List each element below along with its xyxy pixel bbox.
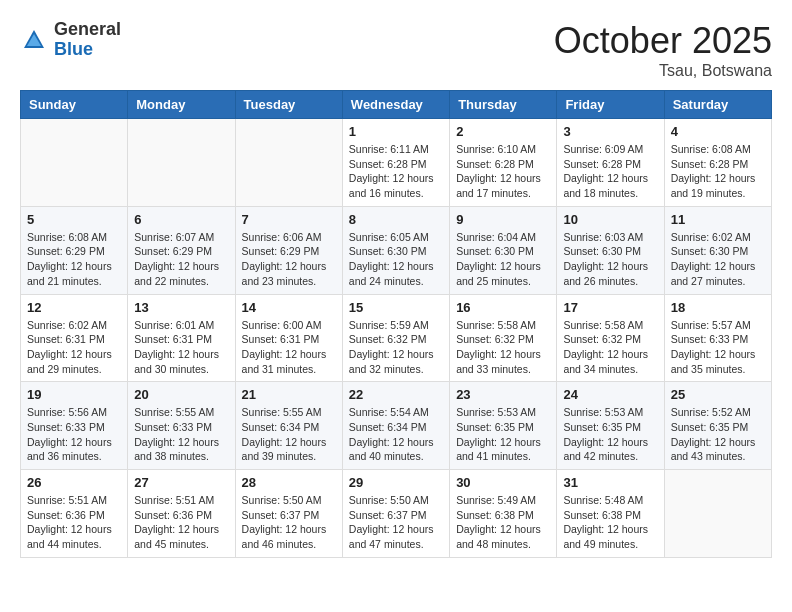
- day-number: 27: [134, 475, 228, 490]
- calendar-cell: 7Sunrise: 6:06 AM Sunset: 6:29 PM Daylig…: [235, 206, 342, 294]
- calendar-week-row: 5Sunrise: 6:08 AM Sunset: 6:29 PM Daylig…: [21, 206, 772, 294]
- day-info: Sunrise: 5:51 AM Sunset: 6:36 PM Dayligh…: [27, 493, 121, 552]
- calendar-cell: 15Sunrise: 5:59 AM Sunset: 6:32 PM Dayli…: [342, 294, 449, 382]
- calendar-cell: 22Sunrise: 5:54 AM Sunset: 6:34 PM Dayli…: [342, 382, 449, 470]
- calendar-cell: 5Sunrise: 6:08 AM Sunset: 6:29 PM Daylig…: [21, 206, 128, 294]
- logo-text: General Blue: [54, 20, 121, 60]
- calendar-cell: 18Sunrise: 5:57 AM Sunset: 6:33 PM Dayli…: [664, 294, 771, 382]
- day-info: Sunrise: 6:02 AM Sunset: 6:30 PM Dayligh…: [671, 230, 765, 289]
- day-info: Sunrise: 6:05 AM Sunset: 6:30 PM Dayligh…: [349, 230, 443, 289]
- day-info: Sunrise: 5:55 AM Sunset: 6:33 PM Dayligh…: [134, 405, 228, 464]
- calendar-week-row: 1Sunrise: 6:11 AM Sunset: 6:28 PM Daylig…: [21, 119, 772, 207]
- calendar-cell: 21Sunrise: 5:55 AM Sunset: 6:34 PM Dayli…: [235, 382, 342, 470]
- calendar-cell: 31Sunrise: 5:48 AM Sunset: 6:38 PM Dayli…: [557, 470, 664, 558]
- day-number: 12: [27, 300, 121, 315]
- day-number: 9: [456, 212, 550, 227]
- calendar-cell: 11Sunrise: 6:02 AM Sunset: 6:30 PM Dayli…: [664, 206, 771, 294]
- day-number: 15: [349, 300, 443, 315]
- calendar-cell: 1Sunrise: 6:11 AM Sunset: 6:28 PM Daylig…: [342, 119, 449, 207]
- day-info: Sunrise: 5:55 AM Sunset: 6:34 PM Dayligh…: [242, 405, 336, 464]
- calendar-cell: 8Sunrise: 6:05 AM Sunset: 6:30 PM Daylig…: [342, 206, 449, 294]
- day-number: 19: [27, 387, 121, 402]
- day-number: 8: [349, 212, 443, 227]
- day-number: 2: [456, 124, 550, 139]
- calendar-cell: 23Sunrise: 5:53 AM Sunset: 6:35 PM Dayli…: [450, 382, 557, 470]
- day-info: Sunrise: 5:48 AM Sunset: 6:38 PM Dayligh…: [563, 493, 657, 552]
- weekday-header-sunday: Sunday: [21, 91, 128, 119]
- day-info: Sunrise: 6:10 AM Sunset: 6:28 PM Dayligh…: [456, 142, 550, 201]
- calendar-cell: 26Sunrise: 5:51 AM Sunset: 6:36 PM Dayli…: [21, 470, 128, 558]
- calendar-week-row: 19Sunrise: 5:56 AM Sunset: 6:33 PM Dayli…: [21, 382, 772, 470]
- day-info: Sunrise: 6:09 AM Sunset: 6:28 PM Dayligh…: [563, 142, 657, 201]
- calendar-cell: 3Sunrise: 6:09 AM Sunset: 6:28 PM Daylig…: [557, 119, 664, 207]
- calendar-table: SundayMondayTuesdayWednesdayThursdayFrid…: [20, 90, 772, 558]
- calendar-cell: 13Sunrise: 6:01 AM Sunset: 6:31 PM Dayli…: [128, 294, 235, 382]
- weekday-header-friday: Friday: [557, 91, 664, 119]
- logo: General Blue: [20, 20, 121, 60]
- day-number: 31: [563, 475, 657, 490]
- day-number: 16: [456, 300, 550, 315]
- page-header: General Blue October 2025 Tsau, Botswana: [20, 20, 772, 80]
- calendar-cell: 28Sunrise: 5:50 AM Sunset: 6:37 PM Dayli…: [235, 470, 342, 558]
- day-number: 24: [563, 387, 657, 402]
- calendar-cell: 20Sunrise: 5:55 AM Sunset: 6:33 PM Dayli…: [128, 382, 235, 470]
- day-number: 7: [242, 212, 336, 227]
- calendar-cell: 12Sunrise: 6:02 AM Sunset: 6:31 PM Dayli…: [21, 294, 128, 382]
- calendar-cell: 6Sunrise: 6:07 AM Sunset: 6:29 PM Daylig…: [128, 206, 235, 294]
- weekday-header-row: SundayMondayTuesdayWednesdayThursdayFrid…: [21, 91, 772, 119]
- day-number: 21: [242, 387, 336, 402]
- day-number: 13: [134, 300, 228, 315]
- day-info: Sunrise: 5:50 AM Sunset: 6:37 PM Dayligh…: [349, 493, 443, 552]
- calendar-cell: 25Sunrise: 5:52 AM Sunset: 6:35 PM Dayli…: [664, 382, 771, 470]
- day-info: Sunrise: 6:03 AM Sunset: 6:30 PM Dayligh…: [563, 230, 657, 289]
- day-info: Sunrise: 5:54 AM Sunset: 6:34 PM Dayligh…: [349, 405, 443, 464]
- day-info: Sunrise: 6:07 AM Sunset: 6:29 PM Dayligh…: [134, 230, 228, 289]
- weekday-header-saturday: Saturday: [664, 91, 771, 119]
- day-info: Sunrise: 5:58 AM Sunset: 6:32 PM Dayligh…: [456, 318, 550, 377]
- calendar-week-row: 12Sunrise: 6:02 AM Sunset: 6:31 PM Dayli…: [21, 294, 772, 382]
- weekday-header-thursday: Thursday: [450, 91, 557, 119]
- day-info: Sunrise: 5:58 AM Sunset: 6:32 PM Dayligh…: [563, 318, 657, 377]
- day-number: 5: [27, 212, 121, 227]
- day-info: Sunrise: 5:51 AM Sunset: 6:36 PM Dayligh…: [134, 493, 228, 552]
- day-info: Sunrise: 6:00 AM Sunset: 6:31 PM Dayligh…: [242, 318, 336, 377]
- calendar-cell: [664, 470, 771, 558]
- month-title: October 2025: [554, 20, 772, 62]
- calendar-cell: 27Sunrise: 5:51 AM Sunset: 6:36 PM Dayli…: [128, 470, 235, 558]
- calendar-cell: 4Sunrise: 6:08 AM Sunset: 6:28 PM Daylig…: [664, 119, 771, 207]
- day-info: Sunrise: 6:11 AM Sunset: 6:28 PM Dayligh…: [349, 142, 443, 201]
- day-info: Sunrise: 5:49 AM Sunset: 6:38 PM Dayligh…: [456, 493, 550, 552]
- day-number: 28: [242, 475, 336, 490]
- day-number: 30: [456, 475, 550, 490]
- day-info: Sunrise: 6:06 AM Sunset: 6:29 PM Dayligh…: [242, 230, 336, 289]
- calendar-week-row: 26Sunrise: 5:51 AM Sunset: 6:36 PM Dayli…: [21, 470, 772, 558]
- calendar-cell: 14Sunrise: 6:00 AM Sunset: 6:31 PM Dayli…: [235, 294, 342, 382]
- day-info: Sunrise: 6:08 AM Sunset: 6:29 PM Dayligh…: [27, 230, 121, 289]
- day-number: 6: [134, 212, 228, 227]
- day-number: 11: [671, 212, 765, 227]
- calendar-cell: 24Sunrise: 5:53 AM Sunset: 6:35 PM Dayli…: [557, 382, 664, 470]
- title-block: October 2025 Tsau, Botswana: [554, 20, 772, 80]
- logo-icon: [20, 26, 48, 54]
- calendar-cell: 2Sunrise: 6:10 AM Sunset: 6:28 PM Daylig…: [450, 119, 557, 207]
- calendar-cell: [128, 119, 235, 207]
- weekday-header-tuesday: Tuesday: [235, 91, 342, 119]
- day-info: Sunrise: 5:59 AM Sunset: 6:32 PM Dayligh…: [349, 318, 443, 377]
- calendar-cell: 30Sunrise: 5:49 AM Sunset: 6:38 PM Dayli…: [450, 470, 557, 558]
- day-number: 26: [27, 475, 121, 490]
- day-number: 14: [242, 300, 336, 315]
- calendar-cell: 9Sunrise: 6:04 AM Sunset: 6:30 PM Daylig…: [450, 206, 557, 294]
- calendar-cell: [21, 119, 128, 207]
- day-info: Sunrise: 6:08 AM Sunset: 6:28 PM Dayligh…: [671, 142, 765, 201]
- calendar-cell: 17Sunrise: 5:58 AM Sunset: 6:32 PM Dayli…: [557, 294, 664, 382]
- day-info: Sunrise: 5:50 AM Sunset: 6:37 PM Dayligh…: [242, 493, 336, 552]
- day-number: 17: [563, 300, 657, 315]
- calendar-cell: 19Sunrise: 5:56 AM Sunset: 6:33 PM Dayli…: [21, 382, 128, 470]
- day-info: Sunrise: 5:53 AM Sunset: 6:35 PM Dayligh…: [563, 405, 657, 464]
- logo-blue: Blue: [54, 39, 93, 59]
- calendar-cell: 29Sunrise: 5:50 AM Sunset: 6:37 PM Dayli…: [342, 470, 449, 558]
- calendar-cell: 16Sunrise: 5:58 AM Sunset: 6:32 PM Dayli…: [450, 294, 557, 382]
- day-info: Sunrise: 6:01 AM Sunset: 6:31 PM Dayligh…: [134, 318, 228, 377]
- weekday-header-wednesday: Wednesday: [342, 91, 449, 119]
- day-info: Sunrise: 6:04 AM Sunset: 6:30 PM Dayligh…: [456, 230, 550, 289]
